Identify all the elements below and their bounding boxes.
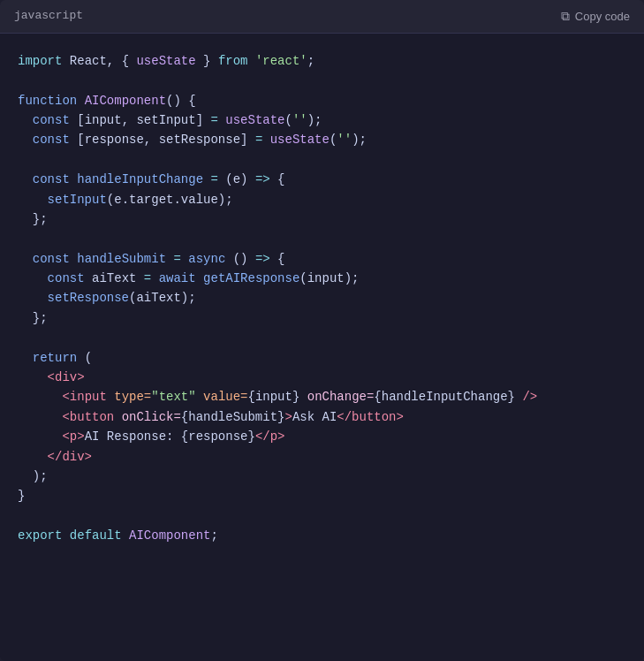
code-line xyxy=(18,150,626,170)
code-line: const handleSubmit = async () => { xyxy=(18,249,626,269)
copy-label: Copy code xyxy=(575,10,630,23)
code-header: javascript ⧉ Copy code xyxy=(0,0,644,34)
code-line: } xyxy=(18,486,626,505)
code-line: function AIComponent() { xyxy=(18,91,626,110)
code-line: const [input, setInput] = useState(''); xyxy=(18,110,626,130)
code-block: javascript ⧉ Copy code import React, { u… xyxy=(0,0,644,661)
copy-code-button[interactable]: ⧉ Copy code xyxy=(561,9,630,24)
code-line: const handleInputChange = (e) => { xyxy=(18,170,626,189)
code-line: return ( xyxy=(18,348,626,368)
code-line: export default AIComponent; xyxy=(18,526,626,545)
code-line: ); xyxy=(18,467,626,486)
code-line: }; xyxy=(18,308,626,328)
language-label: javascript xyxy=(14,7,83,26)
code-line: const aiText = await getAIResponse(input… xyxy=(18,269,626,288)
code-line: }; xyxy=(18,209,626,229)
code-line xyxy=(18,328,626,347)
code-line xyxy=(18,71,626,90)
code-line xyxy=(18,229,626,248)
code-line: const [response, setResponse] = useState… xyxy=(18,130,626,149)
code-line: <button onClick={handleSubmit}>Ask AI</b… xyxy=(18,407,626,427)
code-line: setInput(e.target.value); xyxy=(18,190,626,209)
code-line: import React, { useState } from 'react'; xyxy=(18,51,626,71)
code-line xyxy=(18,506,626,526)
code-line: </div> xyxy=(18,447,626,467)
code-line: <p>AI Response: {response}</p> xyxy=(18,427,626,446)
code-line: setResponse(aiText); xyxy=(18,288,626,308)
code-line: <div> xyxy=(18,368,626,387)
code-line: <input type="text" value={input} onChang… xyxy=(18,387,626,406)
copy-icon: ⧉ xyxy=(561,9,570,24)
code-body: import React, { useState } from 'react';… xyxy=(0,34,644,573)
